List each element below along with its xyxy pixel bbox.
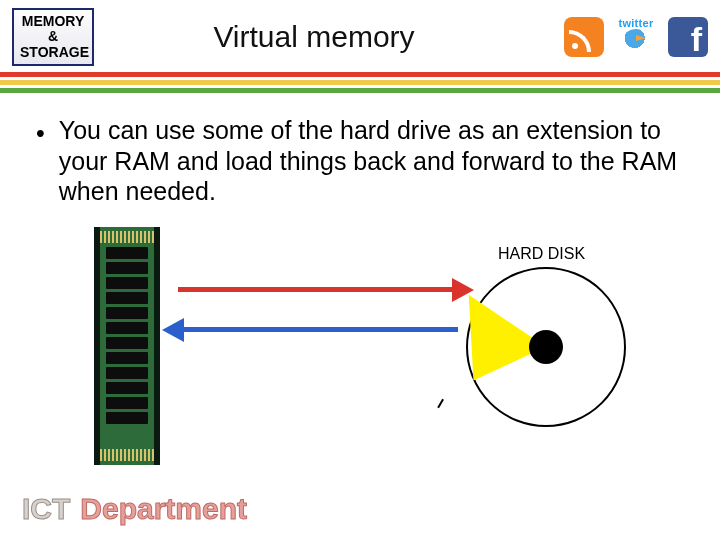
twitter-bird-icon: [623, 29, 649, 49]
tick-mark: [432, 395, 444, 408]
arrow-disk-to-ram: [178, 327, 458, 332]
twitter-icon[interactable]: twitter: [610, 17, 662, 57]
footer-ict: ICT: [22, 492, 70, 526]
rss-icon[interactable]: [564, 17, 604, 57]
bullet-text: You can use some of the hard drive as an…: [59, 115, 684, 207]
arrow-ram-to-disk: [178, 287, 458, 292]
twitter-wordmark: twitter: [618, 17, 653, 29]
hard-disk-label: HARD DISK: [498, 245, 585, 263]
slide-header: MEMORY & STORAGE Virtual memory twitter …: [0, 0, 720, 66]
ram-module-icon: [94, 227, 160, 465]
footer-department: Department: [80, 492, 247, 526]
bullet-marker: •: [36, 115, 45, 207]
slide-content: • You can use some of the hard drive as …: [0, 93, 720, 477]
virtual-memory-diagram: HARD DISK: [36, 227, 684, 477]
bullet-item: • You can use some of the hard drive as …: [36, 115, 684, 207]
slide-title: Virtual memory: [76, 20, 552, 54]
hard-disk-icon: [466, 267, 626, 427]
slide-footer: ICT Department: [22, 492, 247, 526]
arrow-head-icon: [162, 318, 184, 342]
social-icons: twitter f: [564, 17, 708, 57]
header-stripes: [0, 72, 720, 93]
facebook-icon[interactable]: f: [668, 17, 708, 57]
